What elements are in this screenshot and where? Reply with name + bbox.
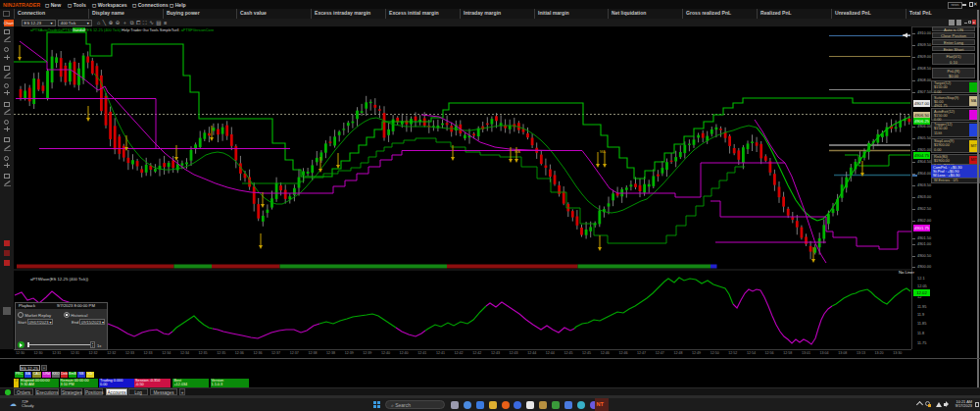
svg-text:MA: MA [600,149,606,154]
svg-text:MA: MA [514,149,520,154]
svg-text:aPTfWave(ES 12-25 (400 Tick)): aPTfWave(ES 12-25 (400 Tick)) [30,277,89,282]
